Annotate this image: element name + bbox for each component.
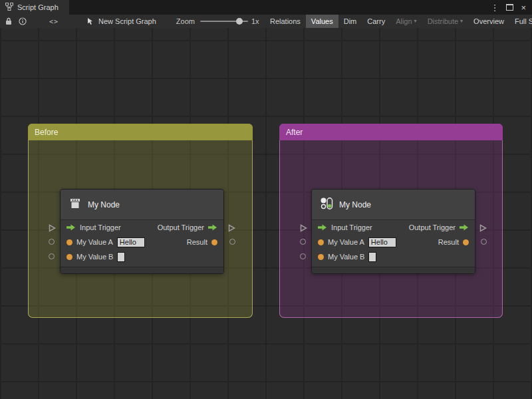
- port-label: Input Trigger: [80, 223, 121, 231]
- group-before-header[interactable]: Before: [28, 124, 253, 140]
- group-after-header[interactable]: After: [279, 124, 503, 140]
- distribute-button[interactable]: Distribute▾: [422, 15, 468, 28]
- value-port-icon[interactable]: [211, 239, 217, 245]
- value-input-port-a[interactable]: [300, 239, 306, 245]
- my-value-a-input[interactable]: [117, 237, 145, 247]
- flow-output-port[interactable]: [228, 223, 235, 235]
- group-title: Before: [35, 128, 58, 137]
- graph-pointer-icon: [86, 15, 94, 28]
- value-port-icon[interactable]: [318, 239, 324, 245]
- value-input-port-b[interactable]: [300, 253, 306, 259]
- tab-bar: Script Graph ⋮ ×: [0, 0, 532, 15]
- dim-button[interactable]: Dim: [338, 15, 362, 28]
- toolbar-left: <> New Script Graph Zoom 1x: [0, 15, 259, 28]
- value-output-port-result[interactable]: [229, 239, 235, 245]
- port-row: My Value A Result: [312, 235, 475, 249]
- port-row: Input Trigger Output Trigger: [61, 220, 223, 235]
- port-row: My Value B: [312, 249, 475, 264]
- node-footer: [312, 267, 475, 273]
- zoom-slider-handle[interactable]: [236, 18, 243, 25]
- carry-button[interactable]: Carry: [362, 15, 390, 28]
- value-port-icon[interactable]: [66, 254, 72, 260]
- node-title: My Node: [339, 200, 371, 209]
- box-machine-icon: [68, 197, 82, 212]
- zoom-label: Zoom: [176, 17, 195, 25]
- port-label: Output Trigger: [158, 223, 204, 231]
- flow-output-port[interactable]: [479, 223, 487, 235]
- value-port-icon[interactable]: [318, 254, 324, 260]
- port-label: Output Trigger: [409, 223, 456, 231]
- port-row: My Value A Result: [61, 235, 223, 249]
- toolbar-buttons: Relations Values Dim Carry Align▾ Distri…: [265, 15, 532, 28]
- zoom-slider[interactable]: [200, 21, 248, 22]
- group-title: After: [286, 128, 303, 137]
- toggle-capsule-icon: [320, 197, 333, 212]
- flow-in-port-icon[interactable]: [318, 224, 327, 231]
- values-button[interactable]: Values: [306, 15, 338, 28]
- port-label: Result: [187, 238, 207, 246]
- port-label: My Value A: [328, 238, 364, 246]
- flow-input-port[interactable]: [49, 223, 56, 235]
- maximize-icon[interactable]: [506, 1, 513, 13]
- value-input-port-a[interactable]: [49, 239, 55, 245]
- value-output-port-result[interactable]: [481, 239, 487, 245]
- group-before[interactable]: Before My Node: [28, 124, 253, 318]
- node-title: My Node: [88, 200, 120, 209]
- info-icon[interactable]: [19, 15, 27, 28]
- code-icon[interactable]: <>: [49, 18, 59, 25]
- align-button[interactable]: Align▾: [390, 15, 422, 28]
- port-label: My Value A: [76, 238, 113, 246]
- script-graph-window: Script Graph ⋮ × <>: [0, 0, 532, 399]
- flow-in-port-icon[interactable]: [66, 224, 76, 231]
- value-port-icon[interactable]: [463, 239, 469, 245]
- port-row: Input Trigger Output Trigger: [312, 220, 475, 235]
- group-after[interactable]: After My Node: [279, 124, 503, 318]
- port-label: My Value B: [328, 253, 364, 261]
- graph-name-label: New Script Graph: [98, 17, 156, 25]
- kebab-menu-icon[interactable]: ⋮: [490, 3, 499, 12]
- port-row: My Value B: [61, 249, 223, 264]
- tab-script-graph[interactable]: Script Graph: [0, 0, 69, 15]
- graph-toolbar: <> New Script Graph Zoom 1x Relations Va…: [0, 15, 532, 29]
- overview-button[interactable]: Overview: [468, 15, 509, 28]
- node-footer: [61, 267, 223, 273]
- node-my-node-before[interactable]: My Node Input Trigger Output Trigger: [60, 189, 224, 274]
- flow-out-port-icon[interactable]: [208, 224, 217, 231]
- port-label: Input Trigger: [331, 223, 372, 231]
- node-my-node-after[interactable]: My Node Input Trigger Output Trigger: [311, 189, 475, 274]
- graph-tab-icon: [5, 3, 13, 12]
- relations-button[interactable]: Relations: [265, 15, 306, 28]
- zoom-value: 1x: [251, 17, 259, 25]
- my-value-b-input[interactable]: [368, 252, 376, 262]
- port-label: Result: [438, 238, 459, 246]
- node-header[interactable]: My Node: [312, 190, 475, 220]
- node-header[interactable]: My Node: [61, 190, 223, 220]
- value-input-port-b[interactable]: [49, 253, 55, 259]
- window-controls: ⋮ ×: [490, 0, 532, 15]
- lock-icon[interactable]: [5, 15, 12, 28]
- port-label: My Value B: [76, 253, 113, 261]
- my-value-b-input[interactable]: [117, 252, 125, 262]
- fullscreen-button[interactable]: Full Screen: [509, 15, 532, 28]
- graph-canvas[interactable]: Before My Node: [0, 28, 532, 399]
- chevron-down-icon: ▾: [414, 19, 417, 24]
- close-icon[interactable]: ×: [521, 3, 526, 12]
- my-value-a-input[interactable]: [368, 237, 396, 247]
- value-port-icon[interactable]: [66, 239, 72, 245]
- chevron-down-icon: ▾: [460, 19, 463, 24]
- tab-title: Script Graph: [17, 3, 59, 11]
- flow-input-port[interactable]: [300, 223, 307, 235]
- flow-out-port-icon[interactable]: [460, 224, 469, 231]
